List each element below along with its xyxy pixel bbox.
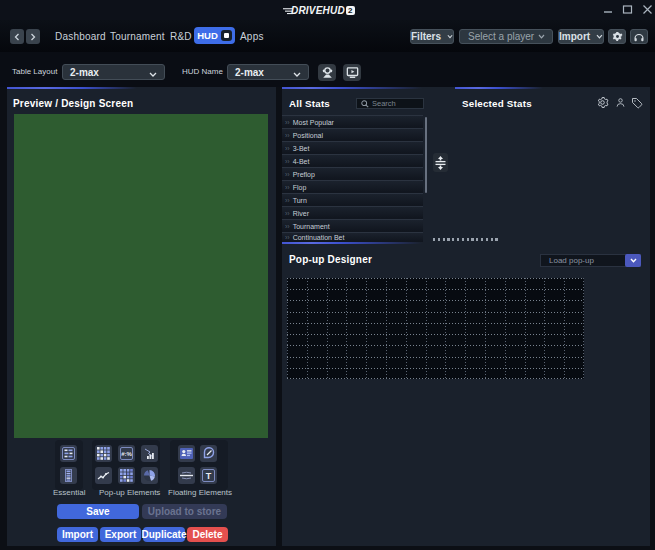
svg-text:#:%: #:% xyxy=(121,451,132,457)
svg-text:T: T xyxy=(206,471,212,481)
